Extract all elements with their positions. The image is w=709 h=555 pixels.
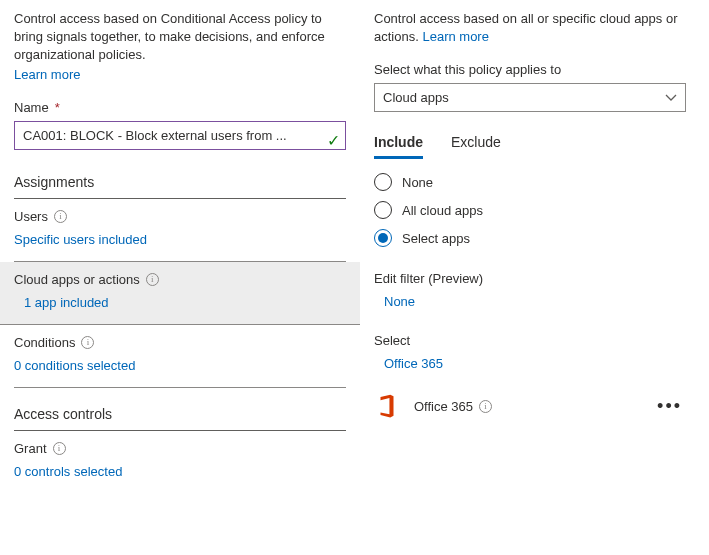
radio-none[interactable]: None	[374, 173, 686, 191]
info-icon[interactable]: i	[53, 442, 66, 455]
radio-select-apps[interactable]: Select apps	[374, 229, 686, 247]
users-value-link[interactable]: Specific users included	[14, 232, 346, 257]
grant-row[interactable]: Grant i 0 controls selected	[14, 431, 346, 493]
applies-to-dropdown[interactable]: Cloud apps	[374, 83, 686, 112]
grant-label: Grant	[14, 441, 47, 456]
info-icon[interactable]: i	[479, 400, 492, 413]
radio-all-label: All cloud apps	[402, 203, 483, 218]
info-icon[interactable]: i	[81, 336, 94, 349]
assignments-heading: Assignments	[14, 164, 346, 199]
office-365-icon	[374, 393, 400, 419]
selected-app-name: Office 365	[414, 399, 473, 414]
left-learn-more-link[interactable]: Learn more	[14, 67, 80, 82]
required-asterisk: *	[55, 100, 60, 115]
edit-filter-label: Edit filter (Preview)	[374, 271, 686, 286]
cloud-apps-row[interactable]: Cloud apps or actions i 1 app included	[0, 262, 360, 325]
applies-to-label: Select what this policy applies to	[374, 62, 686, 77]
chevron-down-icon	[665, 92, 677, 104]
name-label: Name*	[14, 100, 346, 115]
applies-to-value: Cloud apps	[383, 90, 449, 105]
radio-none-label: None	[402, 175, 433, 190]
selected-app-row: Office 365 i •••	[374, 389, 686, 423]
left-description: Control access based on Conditional Acce…	[14, 10, 346, 65]
right-description: Control access based on all or specific …	[374, 10, 686, 46]
users-row[interactable]: Users i Specific users included	[14, 199, 346, 262]
tab-include[interactable]: Include	[374, 134, 423, 159]
info-icon[interactable]: i	[54, 210, 67, 223]
users-label: Users	[14, 209, 48, 224]
policy-name-input[interactable]: CA001: BLOCK - Block external users from…	[14, 121, 346, 150]
cloud-apps-label: Cloud apps or actions	[14, 272, 140, 287]
edit-filter-link[interactable]: None	[374, 294, 686, 309]
grant-value-link[interactable]: 0 controls selected	[14, 464, 346, 489]
conditions-row[interactable]: Conditions i 0 conditions selected	[14, 325, 346, 388]
access-controls-heading: Access controls	[14, 396, 346, 431]
conditions-value-link[interactable]: 0 conditions selected	[14, 358, 346, 383]
checkmark-icon: ✓	[327, 131, 340, 150]
select-apps-link[interactable]: Office 365	[374, 356, 686, 371]
radio-circle-icon	[374, 229, 392, 247]
right-learn-more-link[interactable]: Learn more	[422, 29, 488, 44]
tab-exclude[interactable]: Exclude	[451, 134, 501, 159]
conditions-label: Conditions	[14, 335, 75, 350]
radio-circle-icon	[374, 173, 392, 191]
radio-all-cloud-apps[interactable]: All cloud apps	[374, 201, 686, 219]
select-apps-label: Select	[374, 333, 686, 348]
radio-select-label: Select apps	[402, 231, 470, 246]
more-options-button[interactable]: •••	[653, 396, 686, 417]
cloud-apps-value-link[interactable]: 1 app included	[14, 295, 346, 320]
radio-circle-icon	[374, 201, 392, 219]
info-icon[interactable]: i	[146, 273, 159, 286]
